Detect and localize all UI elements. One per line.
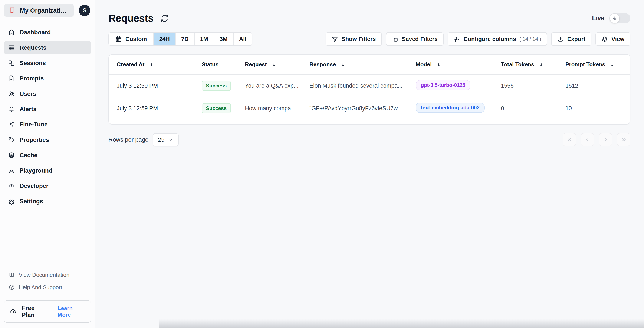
sidebar-item-users[interactable]: Users xyxy=(4,87,91,100)
time-range-all[interactable]: All xyxy=(233,33,252,45)
database-icon xyxy=(8,152,15,159)
sidebar-item-properties[interactable]: Properties xyxy=(4,133,91,146)
org-name: My Organizatio... xyxy=(20,7,68,14)
plan-name: Free Plan xyxy=(22,304,47,319)
sidebar-item-label: Cache xyxy=(20,152,38,159)
chevron-left-icon xyxy=(584,136,591,143)
sort-icon[interactable] xyxy=(270,62,276,67)
last-page-button[interactable] xyxy=(617,133,630,146)
foot-link-label: View Documentation xyxy=(19,272,70,278)
page-title: Requests xyxy=(108,12,154,24)
column-header-created-at[interactable]: Created At xyxy=(109,61,202,68)
saved-filters-button[interactable]: Saved Filters xyxy=(386,32,444,46)
cell-request: You are a Q&A exp... xyxy=(245,83,310,89)
funnel-icon xyxy=(332,36,338,42)
column-header-model[interactable]: Model xyxy=(416,61,501,68)
next-page-button[interactable] xyxy=(599,133,612,146)
sidebar-item-label: Requests xyxy=(20,44,46,51)
live-toggle[interactable] xyxy=(610,13,630,24)
column-header-status[interactable]: Status xyxy=(202,61,245,68)
time-range-7d[interactable]: 7D xyxy=(175,33,194,45)
sidebar-item-label: Dashboard xyxy=(20,29,51,36)
rows-per-page-value: 25 xyxy=(158,136,164,143)
refresh-icon[interactable] xyxy=(160,14,169,23)
cell-prompt-tokens: 10 xyxy=(566,105,630,112)
configure-columns-label: Configure columns xyxy=(464,36,516,42)
table-row[interactable]: July 3 12:59 PM Success How many compa..… xyxy=(109,97,630,119)
cell-request: How many compa... xyxy=(245,105,310,112)
help-support-link[interactable]: Help And Support xyxy=(4,281,91,293)
sidebar-item-requests[interactable]: Requests xyxy=(4,41,91,54)
column-label: Status xyxy=(202,61,218,68)
bolt-slash-icon xyxy=(612,16,618,21)
time-range-label: Custom xyxy=(126,36,147,42)
calendar-icon xyxy=(115,36,122,42)
bell-icon xyxy=(8,106,15,113)
sidebar-item-alerts[interactable]: Alerts xyxy=(4,102,91,116)
cloud-upload-icon xyxy=(10,308,17,315)
window-bottom-shadow xyxy=(159,319,644,328)
column-label: Request xyxy=(245,61,267,68)
previous-page-button[interactable] xyxy=(581,133,594,146)
time-range-custom[interactable]: Custom xyxy=(109,33,153,45)
sort-icon[interactable] xyxy=(148,62,153,67)
column-label: Created At xyxy=(117,61,144,68)
plan-card[interactable]: Free Plan Learn More xyxy=(4,300,91,323)
sidebar-item-prompts[interactable]: Prompts xyxy=(4,72,91,85)
pager-buttons xyxy=(563,133,630,146)
question-circle-icon xyxy=(8,284,15,290)
sort-icon[interactable] xyxy=(537,62,543,67)
model-badge[interactable]: text-embedding-ada-002 xyxy=(416,103,485,113)
column-header-total-tokens[interactable]: Total Tokens xyxy=(501,61,566,68)
org-switcher[interactable]: My Organizatio... xyxy=(4,4,74,17)
sidebar-item-sessions[interactable]: Sessions xyxy=(4,56,91,70)
show-filters-button[interactable]: Show Filters xyxy=(326,32,382,46)
sidebar-item-fine-tune[interactable]: Fine-Tune xyxy=(4,118,91,131)
building-icon xyxy=(8,7,16,14)
rows-per-page-label: Rows per page xyxy=(108,136,148,143)
status-badge: Success xyxy=(202,81,231,91)
export-button[interactable]: Export xyxy=(551,32,592,46)
column-header-response[interactable]: Response xyxy=(310,61,416,68)
sort-icon[interactable] xyxy=(608,62,614,67)
cell-created-at: July 3 12:59 PM xyxy=(109,83,202,89)
toolbar-actions: Show Filters Saved Filters Configure col… xyxy=(326,32,630,46)
plan-learn-more-link[interactable]: Learn More xyxy=(58,305,85,318)
requests-table: Created At Status Request Response Model… xyxy=(108,54,630,124)
show-filters-label: Show Filters xyxy=(342,36,376,42)
export-label: Export xyxy=(567,36,586,42)
users-icon xyxy=(8,90,15,97)
layers-icon xyxy=(602,36,608,42)
first-page-button[interactable] xyxy=(563,133,576,146)
sidebar-item-cache[interactable]: Cache xyxy=(4,148,91,162)
cell-created-at: July 3 12:59 PM xyxy=(109,105,202,112)
code-icon xyxy=(8,183,15,189)
sparkles-icon xyxy=(8,121,15,128)
cell-status: Success xyxy=(202,103,245,113)
sidebar-item-settings[interactable]: Settings xyxy=(4,195,91,208)
org-row: My Organizatio... S xyxy=(4,4,91,17)
sidebar-item-label: Alerts xyxy=(20,106,36,113)
time-range-24h[interactable]: 24H xyxy=(153,33,176,45)
sidebar-item-dashboard[interactable]: Dashboard xyxy=(4,26,91,39)
sidebar-item-developer[interactable]: Developer xyxy=(4,179,91,193)
model-badge[interactable]: gpt-3.5-turbo-0125 xyxy=(416,80,470,90)
status-badge: Success xyxy=(202,103,231,113)
time-range-control: Custom 24H 7D 1M 3M All xyxy=(108,32,252,46)
column-header-request[interactable]: Request xyxy=(245,61,310,68)
configure-columns-button[interactable]: Configure columns ( 14 / 14 ) xyxy=(448,32,547,46)
view-button[interactable]: View xyxy=(596,32,630,46)
live-label: Live xyxy=(592,15,604,22)
table-row[interactable]: July 3 12:59 PM Success You are a Q&A ex… xyxy=(109,74,630,97)
view-documentation-link[interactable]: View Documentation xyxy=(4,269,91,281)
avatar[interactable]: S xyxy=(79,5,90,16)
cell-total-tokens: 0 xyxy=(501,105,566,112)
sidebar-item-playground[interactable]: Playground xyxy=(4,164,91,177)
time-range-3m[interactable]: 3M xyxy=(214,33,233,45)
time-range-1m[interactable]: 1M xyxy=(194,33,214,45)
sort-icon[interactable] xyxy=(435,62,440,67)
sort-icon[interactable] xyxy=(339,62,344,67)
column-header-prompt-tokens[interactable]: Prompt Tokens xyxy=(566,61,630,68)
chevrons-right-icon xyxy=(620,136,627,143)
rows-per-page-select[interactable]: 25 xyxy=(153,133,178,146)
